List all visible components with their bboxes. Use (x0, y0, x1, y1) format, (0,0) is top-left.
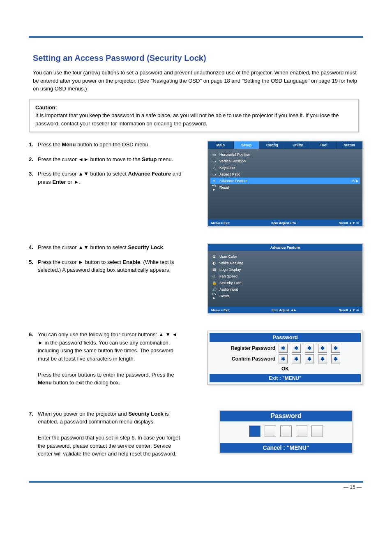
password-entry-box (311, 426, 323, 437)
osd-item[interactable]: ▭Aspect Ratio (210, 171, 360, 178)
password-entry-title: Password (220, 411, 352, 421)
step: 1.Press the Menu button to open the OSD … (29, 141, 189, 149)
section-heading: Setting an Access Password (Security Loc… (33, 53, 363, 63)
osd-tab-config[interactable]: Config (259, 141, 285, 149)
password-register-panel: Password Register Password ✱✱✱✱✱ Confirm… (207, 331, 363, 385)
menu-item-label: Aspect Ratio (219, 172, 240, 176)
caution-body: It is important that you keep the passwo… (35, 112, 339, 127)
menu-item-label: Advance Feature (219, 179, 248, 183)
register-password-label: Register Password (214, 345, 275, 351)
osd-item[interactable]: 🔊Audio input (210, 286, 360, 293)
step-number: 5. (29, 258, 38, 266)
password-char-box: ✱ (279, 354, 288, 363)
menu-item-label: Fan Speed (219, 274, 238, 278)
menu-item-icon: ◐ (211, 261, 217, 265)
menu-item-label: Reset (219, 294, 229, 298)
menu-item-label: Security Lock (219, 281, 242, 285)
osd2-footer-left: Menu = Exit (211, 308, 230, 312)
menu-item-icon: ▭ (211, 153, 217, 157)
password-title: Password (210, 333, 361, 342)
step-number: 6. (29, 331, 38, 339)
osd2-footer-mid: Item Adjust ◄► (272, 308, 297, 312)
password-entry-box (280, 426, 292, 437)
menu-item-icon: ✣ (211, 274, 217, 278)
osd-item[interactable]: ▭Horizontal Position (210, 151, 360, 158)
password-ok: OK (208, 364, 362, 373)
step-body: Press the Menu button to open the OSD me… (38, 141, 182, 149)
top-rule (29, 36, 363, 38)
step-number: 4. (29, 243, 38, 252)
menu-item-icon: ▭ (211, 159, 217, 163)
intro-paragraph: You can use the four (arrow) buttons to … (33, 69, 359, 93)
password-exit: Exit : "MENU" (210, 374, 361, 382)
menu-item-label: Audio input (219, 287, 238, 291)
osd2-footer-right: Scroll ▲▼ ⏎ (339, 308, 359, 312)
osd-item[interactable]: ▭Vertical Position (210, 158, 360, 164)
osd-setup-menu: MainSetupConfigUtilityToolStatus ▭Horizo… (207, 141, 363, 227)
step-number: 2. (29, 155, 38, 164)
menu-item-icon: ▭ (211, 172, 217, 176)
step-body: Press the cursor ▲▼ button to select Adv… (38, 170, 182, 186)
step: 2.Press the cursor ◄► button to move to … (29, 155, 189, 164)
password-entry-box (249, 426, 261, 437)
osd-item[interactable]: ↵/►Reset (210, 293, 360, 299)
step-body: Press the cursor ◄► button to move to th… (38, 155, 182, 164)
step: 3.Press the cursor ▲▼ button to select A… (29, 170, 189, 186)
osd-advance-feature: Advance Feature ✿User Color◐White Peakin… (207, 243, 363, 314)
menu-item-icon: ↵/► (211, 183, 217, 192)
step: 6.You can only use the following four cu… (29, 331, 189, 387)
menu-item-icon: ✶ (211, 179, 217, 183)
menu-item-label: User Color (219, 254, 237, 259)
osd-tab-tool[interactable]: Tool (311, 141, 337, 149)
osd-item[interactable]: ✣Fan Speed (210, 273, 360, 280)
menu-item-icon: ↵/► (211, 292, 217, 300)
step-body: You can only use the following four curs… (38, 331, 182, 387)
password-char-box: ✱ (292, 344, 301, 353)
password-entry-box (265, 426, 276, 437)
password-char-box: ✱ (331, 344, 340, 353)
osd-tab-setup[interactable]: Setup (234, 141, 260, 149)
osd-tab-utility[interactable]: Utility (285, 141, 311, 149)
step-body: When you power on the projector and Secu… (38, 410, 182, 458)
osd-item[interactable]: ↵/►Reset (210, 184, 360, 191)
step-number: 1. (29, 141, 38, 149)
osd-item[interactable]: ▦Logo Display (210, 266, 360, 273)
step-number: 3. (29, 170, 38, 178)
menu-item-label: Logo Display (219, 268, 241, 272)
menu-item-icon: 🔊 (211, 287, 217, 291)
osd-footer-left: Menu = Exit (211, 221, 230, 225)
osd-footer-mid: Item Adjust ↵/► (271, 221, 297, 225)
step-number: 7. (29, 410, 38, 418)
menu-item-icon: △ (211, 166, 217, 170)
password-char-box: ✱ (318, 344, 327, 353)
menu-item-icon: 🔒 (211, 281, 217, 285)
osd-tab-status[interactable]: Status (337, 141, 362, 149)
menu-item-label: Keystone (219, 166, 235, 170)
caution-box: Caution: It is important that you keep t… (29, 99, 359, 133)
step: 7.When you power on the projector and Se… (29, 410, 189, 458)
step-body: Press the cursor ► button to select Enab… (38, 258, 182, 274)
osd-tab-main[interactable]: Main (208, 141, 234, 149)
osd2-title: Advance Feature (208, 244, 362, 251)
password-char-box: ✱ (318, 354, 327, 363)
menu-item-hint: ↵/► (351, 179, 359, 183)
password-char-box: ✱ (305, 354, 314, 363)
step: 5.Press the cursor ► button to select En… (29, 258, 189, 274)
osd-item[interactable]: ✿User Color (210, 253, 360, 260)
menu-item-icon: ▦ (211, 268, 217, 272)
step-body: Press the cursor ▲▼ button to select Sec… (38, 243, 182, 252)
osd-footer-right: Scroll ▲▼ ⏎ (339, 221, 359, 225)
menu-item-label: White Peaking (219, 261, 243, 265)
password-cancel: Cancel : "MENU" (220, 443, 352, 453)
password-char-box: ✱ (305, 344, 314, 353)
password-char-box: ✱ (331, 354, 340, 363)
password-char-box: ✱ (279, 344, 288, 353)
osd-item[interactable]: ◐White Peaking (210, 260, 360, 266)
step: 4.Press the cursor ▲▼ button to select S… (29, 243, 189, 252)
osd-item[interactable]: ✶Advance Feature↵/► (210, 178, 360, 184)
osd-item[interactable]: △Keystone (210, 164, 360, 171)
menu-item-label: Vertical Position (219, 159, 246, 163)
menu-item-label: Reset (219, 185, 229, 190)
password-char-box: ✱ (292, 354, 301, 363)
osd-item[interactable]: 🔒Security Lock (210, 280, 360, 286)
